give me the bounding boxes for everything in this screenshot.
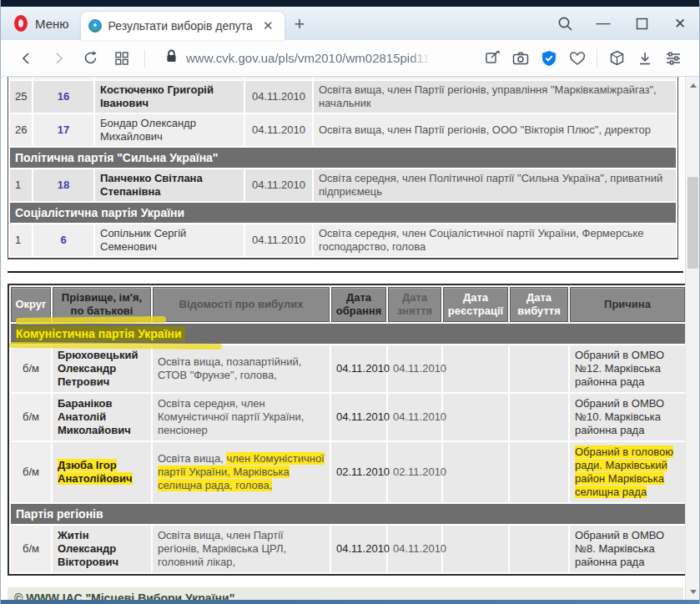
cell-date-removed: 02.11.2010: [388, 442, 441, 502]
col-header-info: Відомості про вибулих: [153, 287, 330, 322]
cell-date-departure: [510, 394, 568, 440]
cell-okrug: б/м: [11, 394, 51, 440]
cell-info: Освіта вища, член Комуністичної партії У…: [153, 442, 330, 502]
url-field[interactable]: www.cvk.gov.ua/pls/vm2010/wm02815pid11: [154, 49, 475, 67]
vpn-shield-check-icon[interactable]: [535, 44, 563, 73]
scroll-up-button[interactable]: [686, 78, 699, 92]
cell-info: Освіта середня, член Політичної партії "…: [314, 169, 676, 201]
ballot-number-link[interactable]: 6: [33, 224, 93, 256]
cell-name: Бараніков Анатолій Миколайович: [53, 394, 151, 440]
cell-info: Освіта вища, член Партії регіонів, Маркі…: [153, 526, 330, 572]
cell-name: Бондар Олександр Михайлович: [95, 114, 244, 146]
chevron-down-icon: [690, 590, 697, 594]
snapshot-camera-icon[interactable]: [506, 44, 535, 73]
cell-name: Житін Олександр Вікторович: [53, 526, 151, 572]
opera-logo-icon: [14, 15, 28, 32]
page-content: Іванович 25 16 Костюченко Григорій Івано…: [1, 77, 699, 600]
cell-okrug: б/м: [11, 442, 51, 502]
new-tab-button[interactable]: +: [285, 13, 317, 40]
party-section-title: Партія регіонів: [11, 504, 685, 524]
cell-info: Освіта вища, член Партії регіонів, ООО "…: [314, 114, 676, 146]
cell-date-removed: 04.11.2010: [388, 394, 441, 440]
cell-date: 04.11.2010: [245, 81, 312, 113]
page-footer: © WWW ІАС "Місцеві Вибори України": [8, 587, 683, 600]
close-icon: ✕: [674, 15, 686, 33]
tab-close-icon[interactable]: ✕: [259, 17, 277, 35]
highlighted-name: Дзюба Ігор Анатолійович: [58, 459, 133, 485]
cell-date-departure: [510, 526, 568, 572]
table-row-partial: Іванович: [10, 77, 676, 79]
address-bar: www.cvk.gov.ua/pls/vm2010/wm02815pid11: [1, 40, 699, 77]
table-row-highlighted: б/м Дзюба Ігор Анатолійович Освіта вища,…: [11, 442, 685, 502]
cell-okrug: б/м: [11, 345, 51, 392]
party-section-title: Політична партія "Сильна Україна": [10, 148, 676, 168]
bookmark-edit-icon[interactable]: [478, 44, 506, 73]
cell-name: Сопільник Сергій Семенович: [95, 224, 244, 256]
tab-active[interactable]: Результати виборів депута ✕: [81, 12, 285, 40]
cell-date-elected: 04.11.2010: [331, 526, 386, 572]
toolbar-divider: [597, 49, 597, 68]
scroll-down-button[interactable]: [686, 585, 699, 598]
info-plain: Освіта вища,: [158, 452, 226, 465]
cell-reason: Обраний в ОМВО №10. Марківська районна р…: [570, 394, 685, 440]
party-section-row: Комуністична партія України: [11, 324, 685, 344]
cell-info: [314, 77, 676, 79]
extensions-box-icon[interactable]: [602, 44, 631, 73]
cell-num: [10, 77, 32, 79]
lock-icon: [165, 49, 178, 67]
cell-date-elected: 04.11.2010: [331, 394, 386, 440]
cell-date-registration: [443, 345, 508, 392]
ballot-number-link[interactable]: 18: [33, 169, 93, 201]
ballot-number-link[interactable]: 17: [33, 114, 93, 146]
cell-date: 04.11.2010: [245, 169, 312, 201]
table-row: б/м Житін Олександр Вікторович Освіта ви…: [11, 526, 685, 572]
cvk-favicon-icon: [88, 19, 102, 33]
forward-button[interactable]: [44, 44, 73, 73]
cell-name: Дзюба Ігор Анатолійович: [53, 442, 151, 502]
window-title-edge: [1, 0, 699, 7]
cell-name: Брюховецький Олександр Петрович: [53, 345, 151, 392]
tab-title: Результати виборів депута: [108, 19, 253, 33]
maximize-icon: [636, 18, 648, 30]
party-section-title: Комуністична партія України: [11, 324, 685, 344]
party-section-title: Соціалістична партія України: [10, 203, 676, 223]
window-close-button[interactable]: ✕: [661, 7, 699, 40]
tab-bar: Меню Результати виборів депута ✕ + —: [1, 7, 699, 40]
speed-dial-icon[interactable]: [108, 44, 136, 73]
cell-date-removed: 04.11.2010: [388, 526, 441, 572]
window-maximize-button[interactable]: [622, 7, 661, 40]
settings-sliders-icon[interactable]: [659, 44, 687, 73]
col-header-date-departure: Дата вибуття: [510, 287, 568, 322]
opera-menu-button[interactable]: Меню: [1, 7, 81, 40]
scrollbar-thumb[interactable]: [687, 177, 698, 269]
window-minimize-button[interactable]: —: [584, 7, 622, 40]
cell-num: 1: [10, 169, 32, 201]
favorites-heart-icon[interactable]: [563, 44, 592, 73]
table-row: 25 16 Костюченко Григорій Іванович 04.11…: [10, 81, 676, 113]
cell-date: [245, 77, 312, 79]
back-button[interactable]: [13, 44, 41, 73]
cell-date-registration: [443, 442, 508, 502]
ballot-number-link[interactable]: 16: [33, 81, 93, 113]
cell-reason: Обраний в ОМВО №12. Марківська районна р…: [570, 345, 685, 392]
reload-button[interactable]: [76, 44, 104, 73]
party-section-row: Соціалістична партія України: [10, 203, 676, 223]
minimize-icon: —: [597, 15, 611, 32]
cell-num: 1: [10, 224, 32, 256]
browser-window: Меню Результати виборів депута ✕ + —: [0, 0, 700, 604]
cell-info: Освіта середня, член Соціалістичної парт…: [314, 224, 676, 256]
deputies-table: Іванович 25 16 Костюченко Григорій Івано…: [8, 77, 678, 259]
search-button[interactable]: [546, 7, 584, 40]
deputies-table-wrapper: Іванович 25 16 Костюченко Григорій Івано…: [8, 77, 683, 259]
cell-num: 26: [10, 114, 32, 146]
toolbar-divider: [144, 49, 145, 68]
vertical-scrollbar[interactable]: [685, 77, 699, 600]
departed-table: Округ Прізвище, ім'я, по батькові Відомо…: [8, 284, 688, 576]
downloads-icon[interactable]: [631, 44, 659, 73]
cell-date-elected: 02.11.2010: [331, 442, 386, 502]
table-row: 1 18 Панченко Світлана Степанівна 04.11.…: [10, 169, 676, 201]
cell-info: Освіта вища, позапартійний, СТОВ "Фрунзе…: [153, 345, 330, 392]
table-row: б/м Брюховецький Олександр Петрович Осві…: [11, 345, 685, 392]
window-bottom-edge: [1, 600, 699, 604]
cell-reason: Обраний в ОМВО №8. Марківська районна ра…: [570, 526, 685, 572]
